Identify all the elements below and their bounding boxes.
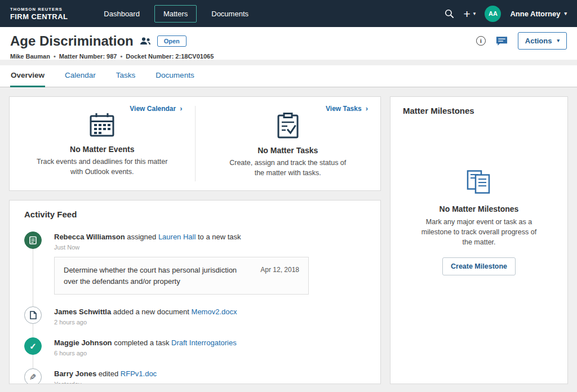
task-detail-date: Apr 12, 2018 (260, 265, 299, 274)
chevron-right-icon: › (180, 104, 182, 113)
actions-label: Actions (525, 37, 552, 45)
activity-feed-card: Activity Feed Rebecca Williamson assigne… (9, 200, 381, 384)
activity-text: Maggie Johnson completed a task Draft In… (54, 338, 237, 347)
pencil-icon: ✎ (29, 373, 37, 381)
matter-subtitle: Mike Bauman•Matter Number: 987•Docket Nu… (10, 53, 567, 60)
activity-link[interactable]: RFPv1.doc (121, 369, 157, 378)
document-added-icon (24, 306, 42, 324)
milestones-title: Matter Milestones (403, 106, 555, 115)
caret-down-icon: ▾ (557, 38, 560, 43)
activity-feed-list: Rebecca Williamson assigned Lauren Hall … (24, 231, 366, 384)
activity-actor: James Schwittla (54, 308, 111, 316)
view-calendar-label: View Calendar (130, 105, 176, 113)
activity-item: James Schwittla added a new document Mem… (24, 306, 366, 326)
activity-item: ✓ Maggie Johnson completed a task Draft … (24, 337, 366, 357)
add-new-button[interactable]: + ▾ (464, 8, 476, 20)
no-milestones-title: No Matter Milestones (403, 204, 555, 213)
topbar-right: + ▾ AA Anne Attorney ▾ (444, 6, 567, 22)
page-title: Age Discrimination (10, 33, 134, 49)
activity-action: added a new document (111, 308, 191, 316)
milestones-card: Matter Milestones No Matter Milestones M… (390, 96, 568, 384)
top-navigation: Dashboard Matters Documents (95, 5, 258, 23)
activity-text: James Schwittla added a new document Mem… (54, 308, 237, 316)
milestones-icon (466, 186, 492, 196)
avatar[interactable]: AA (485, 6, 501, 22)
left-column: View Calendar › No Matter Events Track e… (9, 96, 381, 384)
view-tasks-label: View Tasks (326, 105, 362, 113)
message-icon[interactable] (496, 36, 508, 46)
activity-item: ✎ Barry Jones edited RFPv1.doc Yesterday (24, 368, 366, 384)
activity-text: Rebecca Williamson assigned Lauren Hall … (54, 233, 309, 241)
nav-documents[interactable]: Documents (202, 5, 258, 23)
milestones-empty-state: No Matter Milestones Mark any major even… (403, 170, 555, 275)
nav-matters[interactable]: Matters (154, 5, 197, 23)
matter-tabs: Overview Calendar Tasks Documents (0, 65, 577, 87)
info-icon[interactable]: i (476, 36, 486, 46)
topbar: THOMSON REUTERS FIRM CENTRAL Dashboard M… (0, 0, 577, 27)
separator: • (117, 53, 126, 60)
tab-documents[interactable]: Documents (155, 65, 194, 87)
separator: • (50, 53, 59, 60)
edit-pencil-icon: ✎ (24, 368, 42, 384)
status-badge: Open (157, 35, 187, 47)
matter-number: Matter Number: 987 (59, 53, 117, 60)
content: View Calendar › No Matter Events Track e… (0, 87, 577, 392)
task-assigned-icon (24, 231, 42, 249)
chevron-right-icon: › (366, 104, 368, 113)
no-tasks-description: Create, assign and track the status of t… (227, 158, 348, 178)
user-menu[interactable]: Anne Attorney ▾ (510, 10, 567, 18)
tasks-panel: View Tasks › No Matter Tasks Create, ass… (196, 97, 381, 190)
activity-link[interactable]: Memov2.docx (192, 308, 237, 316)
activity-action: completed a task (112, 338, 172, 347)
plus-icon: + (464, 8, 471, 20)
user-name: Anne Attorney (510, 10, 560, 18)
tasks-clipboard-icon (277, 131, 299, 140)
app: THOMSON REUTERS FIRM CENTRAL Dashboard M… (0, 0, 577, 392)
no-tasks-title: No Matter Tasks (196, 146, 381, 155)
brand-logo[interactable]: THOMSON REUTERS FIRM CENTRAL (10, 7, 68, 21)
empty-states-card: View Calendar › No Matter Events Track e… (9, 96, 381, 191)
activity-text: Barry Jones edited RFPv1.doc (54, 369, 157, 378)
task-detail-text: Determine whether the court has personal… (64, 265, 250, 287)
task-completed-icon: ✓ (24, 337, 42, 355)
activity-link[interactable]: Draft Interrogatories (171, 338, 237, 347)
calendar-icon (89, 130, 115, 139)
tab-calendar[interactable]: Calendar (64, 65, 96, 87)
activity-item: Rebecca Williamson assigned Lauren Hall … (24, 231, 366, 295)
matter-owner: Mike Bauman (10, 53, 50, 60)
right-column: Matter Milestones No Matter Milestones M… (390, 96, 568, 384)
view-calendar-link[interactable]: View Calendar › (130, 104, 182, 113)
activity-actor: Barry Jones (54, 369, 96, 378)
no-events-description: Track events and deadlines for this matt… (33, 157, 171, 177)
nav-dashboard[interactable]: Dashboard (95, 5, 149, 23)
people-icon[interactable] (140, 37, 151, 45)
activity-timestamp: Yesterday (54, 381, 157, 384)
caret-down-icon: ▾ (473, 11, 476, 16)
no-milestones-description: Mark any major event or task as a milest… (416, 217, 543, 247)
actions-button[interactable]: Actions ▾ (518, 32, 567, 50)
activity-timestamp: 2 hours ago (54, 319, 237, 326)
caret-down-icon: ▾ (564, 11, 567, 16)
docket-number: Docket Number: 2:18CV01065 (126, 53, 214, 60)
activity-actor: Maggie Johnson (54, 338, 112, 347)
activity-timestamp: 6 hours ago (54, 350, 237, 357)
activity-timestamp: Just Now (54, 244, 309, 251)
view-tasks-link[interactable]: View Tasks › (326, 104, 368, 113)
tab-overview[interactable]: Overview (10, 65, 45, 87)
check-icon: ✓ (29, 342, 37, 350)
activity-action: edited (96, 369, 121, 378)
events-panel: View Calendar › No Matter Events Track e… (10, 97, 195, 190)
matter-header: Age Discrimination Open i Actions ▾ Mike… (0, 27, 577, 60)
activity-feed-title: Activity Feed (24, 210, 366, 219)
no-events-title: No Matter Events (10, 145, 195, 154)
activity-actor: Rebecca Williamson (54, 233, 125, 241)
search-icon[interactable] (444, 8, 455, 19)
create-milestone-button[interactable]: Create Milestone (442, 257, 516, 275)
brand-line2: FIRM CENTRAL (10, 12, 68, 21)
activity-action: assigned (125, 233, 158, 241)
activity-link[interactable]: Lauren Hall (158, 233, 196, 241)
activity-suffix: to a new task (196, 233, 241, 241)
task-detail-box[interactable]: Determine whether the court has personal… (54, 257, 309, 295)
tab-tasks[interactable]: Tasks (116, 65, 136, 87)
brand-line1: THOMSON REUTERS (10, 7, 68, 12)
